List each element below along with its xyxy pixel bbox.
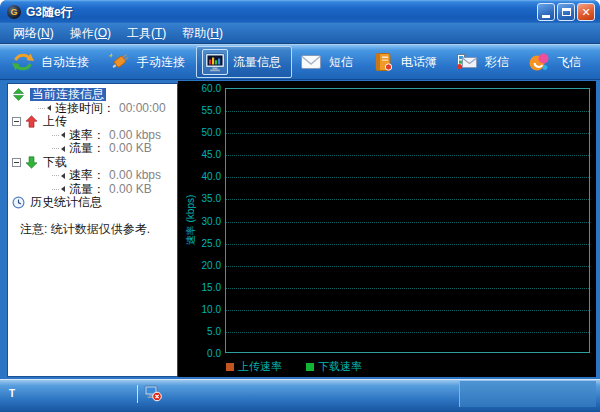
auto-connect-icon bbox=[10, 49, 36, 75]
tree-item-label: 历史统计信息 bbox=[30, 196, 102, 209]
y-tick-label: 45.0 bbox=[179, 149, 221, 160]
legend-swatch bbox=[306, 363, 314, 371]
menu-item-o[interactable]: 操作(O) bbox=[62, 24, 119, 43]
tree-twig bbox=[52, 135, 59, 136]
tree-item-value: 0.00 KB bbox=[109, 142, 152, 155]
phonebook-icon bbox=[370, 49, 396, 75]
tree-expander-icon[interactable] bbox=[12, 158, 21, 167]
tree-row[interactable]: 连接时间：00:00:00 bbox=[8, 102, 177, 116]
statusbar-divider bbox=[137, 385, 138, 403]
menu-item-t[interactable]: 工具(T) bbox=[119, 24, 174, 43]
maximize-button[interactable] bbox=[557, 3, 575, 21]
chart-gridline bbox=[226, 266, 589, 267]
y-tick-label: 0.0 bbox=[179, 348, 221, 359]
tree-row[interactable]: 流量：0.00 KB bbox=[8, 183, 177, 197]
titlebar: G G3随e行 ✕ bbox=[0, 0, 600, 24]
y-tick-label: 55.0 bbox=[179, 105, 221, 116]
y-tick-label: 50.0 bbox=[179, 127, 221, 138]
chart-gridline bbox=[226, 177, 589, 178]
statusbar-right-pane bbox=[459, 381, 596, 407]
connection-info-panel: 当前连接信息连接时间：00:00:00上传速率：0.00 kbps流量：0.00… bbox=[7, 83, 178, 377]
toolbar-button-sms[interactable]: 短信 bbox=[292, 46, 364, 78]
tree-item-label: 速率： bbox=[69, 129, 105, 142]
minimize-button[interactable] bbox=[537, 3, 555, 21]
chart-gridline bbox=[226, 310, 589, 311]
signal-indicator: T bbox=[9, 388, 15, 399]
content-area: 当前连接信息连接时间：00:00:00上传速率：0.00 kbps流量：0.00… bbox=[4, 81, 596, 379]
tree-item-label: 速率： bbox=[69, 169, 105, 182]
legend-label: 下载速率 bbox=[318, 359, 362, 374]
chart-gridline bbox=[226, 222, 589, 223]
y-tick-label: 5.0 bbox=[179, 326, 221, 337]
network-disconnected-icon bbox=[144, 385, 162, 402]
y-tick-label: 25.0 bbox=[179, 238, 221, 249]
tree-twig bbox=[52, 189, 59, 190]
chart-gridline bbox=[226, 133, 589, 134]
statusbar: T bbox=[0, 379, 600, 412]
fetion-icon bbox=[526, 49, 552, 75]
tree-item-label: 流量： bbox=[69, 183, 105, 196]
tree-item-label: 连接时间： bbox=[55, 102, 115, 115]
tree-bullet-icon bbox=[47, 105, 51, 111]
minimize-icon bbox=[542, 15, 550, 18]
chart-gridline bbox=[226, 199, 589, 200]
tree-item-label: 当前连接信息 bbox=[30, 88, 106, 101]
toolbar-button-label: 流量信息 bbox=[233, 54, 281, 71]
tree-row[interactable]: 历史统计信息 bbox=[8, 196, 177, 210]
tree-bullet-icon bbox=[61, 173, 65, 179]
tree-item-value: 00:00:00 bbox=[119, 102, 166, 115]
tree-bullet-icon bbox=[61, 146, 65, 152]
traffic-info-icon bbox=[202, 49, 228, 75]
toolbar-button-label: 彩信 bbox=[485, 54, 509, 71]
tree-row[interactable]: 下载 bbox=[8, 156, 177, 170]
toolbar-button-manual-connect[interactable]: 手动连接 bbox=[100, 46, 196, 78]
chart-legend: 上传速率下载速率 bbox=[226, 359, 362, 374]
manual-connect-icon bbox=[106, 49, 132, 75]
toolbar-button-mms[interactable]: 彩信 bbox=[448, 46, 520, 78]
connection-tree: 当前连接信息连接时间：00:00:00上传速率：0.00 kbps流量：0.00… bbox=[8, 84, 177, 210]
tree-row[interactable]: 当前连接信息 bbox=[8, 88, 177, 102]
y-tick-label: 15.0 bbox=[179, 282, 221, 293]
tree-bullet-icon bbox=[61, 186, 65, 192]
toolbar-button-label: 飞信 bbox=[557, 54, 581, 71]
chart-gridline bbox=[226, 244, 589, 245]
tree-item-value: 0.00 KB bbox=[109, 183, 152, 196]
y-tick-label: 40.0 bbox=[179, 171, 221, 182]
chart-gridline bbox=[226, 111, 589, 112]
legend-item: 下载速率 bbox=[306, 359, 362, 374]
close-icon: ✕ bbox=[581, 6, 590, 19]
y-tick-label: 35.0 bbox=[179, 193, 221, 204]
tree-twig bbox=[52, 175, 59, 176]
menubar: 网络(N)操作(O)工具(T)帮助(H) bbox=[0, 24, 600, 44]
toolbar-button-fetion[interactable]: 飞信 bbox=[520, 46, 592, 78]
tree-row[interactable]: 速率：0.00 kbps bbox=[8, 169, 177, 183]
window-controls: ✕ bbox=[537, 3, 595, 21]
chart-gridline bbox=[226, 155, 589, 156]
tree-item-value: 0.00 kbps bbox=[109, 129, 161, 142]
download-arrow-icon bbox=[25, 156, 38, 169]
upload-arrow-icon bbox=[25, 115, 38, 128]
tree-expander-icon[interactable] bbox=[12, 117, 21, 126]
speed-chart: 速率 (kbps) 上传速率下载速率 0.05.010.015.020.025.… bbox=[178, 81, 596, 377]
tree-item-label: 流量： bbox=[69, 142, 105, 155]
tree-row[interactable]: 速率：0.00 kbps bbox=[8, 129, 177, 143]
tree-row[interactable]: 流量：0.00 KB bbox=[8, 142, 177, 156]
mms-icon bbox=[454, 49, 480, 75]
app-logo-icon: G bbox=[7, 5, 21, 19]
y-tick-label: 10.0 bbox=[179, 304, 221, 315]
toolbar-button-traffic-info[interactable]: 流量信息 bbox=[196, 46, 292, 78]
chart-gridline bbox=[226, 332, 589, 333]
toolbar-button-label: 自动连接 bbox=[41, 54, 89, 71]
menu-item-n[interactable]: 网络(N) bbox=[5, 24, 62, 43]
toolbar-button-phonebook[interactable]: 电话簿 bbox=[364, 46, 448, 78]
tree-twig bbox=[52, 148, 59, 149]
y-tick-label: 60.0 bbox=[179, 83, 221, 94]
y-tick-label: 30.0 bbox=[179, 216, 221, 227]
tree-row[interactable]: 上传 bbox=[8, 115, 177, 129]
statistics-note: 注意: 统计数据仅供参考. bbox=[20, 221, 177, 238]
maximize-icon bbox=[562, 8, 571, 16]
menu-item-h[interactable]: 帮助(H) bbox=[174, 24, 231, 43]
toolbar-button-auto-connect[interactable]: 自动连接 bbox=[4, 46, 100, 78]
close-button[interactable]: ✕ bbox=[577, 3, 595, 21]
tree-twig bbox=[38, 108, 45, 109]
